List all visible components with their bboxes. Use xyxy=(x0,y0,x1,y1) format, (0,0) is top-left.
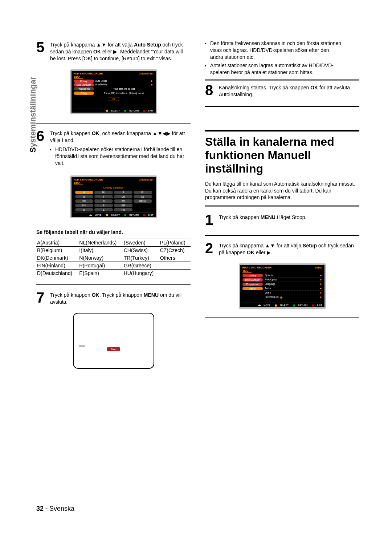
country-cell: P(Portugal) xyxy=(78,262,123,269)
step-text: Tryck på knappen MENU i läget Stopp. xyxy=(219,213,307,227)
country-cell: PL(Poland) xyxy=(159,239,191,246)
section-tab: Systeminställningar xyxy=(28,77,38,153)
divider xyxy=(36,123,191,124)
tv-blank-screenshot: Stop xyxy=(73,313,154,369)
step-number: 2 xyxy=(205,241,215,256)
country-cell: TR(Turkey) xyxy=(123,254,159,262)
country-cell: GR(Greece) xyxy=(123,262,159,269)
section-heading: Ställa in kanalerna med funktionen Manue… xyxy=(205,130,359,175)
osd-country-grid: ANLSPL BICHCZ DKNTROthers FINPGR DEHU xyxy=(74,190,154,213)
left-column: 5 Tryck på knapparna ▲▼ för att välja Au… xyxy=(36,40,191,498)
step-text: Kanalsökning startas. Tryck på knappen O… xyxy=(219,83,357,98)
country-cell: N(Norway) xyxy=(78,254,123,262)
osd-screenshot-country: HDD & DVD RECORDERChannel Set HDD Countr… xyxy=(70,175,157,218)
divider xyxy=(205,235,359,236)
country-cell: I(Italy) xyxy=(78,246,123,254)
country-cell: FIN(Finland) xyxy=(36,262,78,269)
section-blurb: Du kan lägga till en kanal som Automatis… xyxy=(205,181,359,207)
step-text: Tryck på knapparna ▲▼ för att välja Auto… xyxy=(50,40,188,62)
step-number: 7 xyxy=(36,290,46,306)
step-text: Tryck på knappen OK, och sedan knapparna… xyxy=(50,129,188,168)
step-number: 1 xyxy=(205,213,215,227)
divider xyxy=(36,284,191,285)
page-footer: 32 - Svenska xyxy=(36,498,359,513)
osd-screenshot-auto-setup: HDD & DVD RECORDERChannel Set HDD Librar… xyxy=(70,69,157,114)
step-2: 2 Tryck på knapparna ▲▼ för att välja Se… xyxy=(205,241,359,256)
country-table: A(Austria)NL(Netherlands)(Sweden)PL(Pola… xyxy=(36,239,191,277)
country-cell: B(Belgium) xyxy=(36,246,78,254)
country-cell: A(Austria) xyxy=(36,239,78,246)
step-text: Tryck på knapparna ▲▼ för att välja Setu… xyxy=(219,241,357,256)
country-cell: DK(Denmark) xyxy=(36,254,78,262)
step-6: 6 Tryck på knappen OK, och sedan knappar… xyxy=(36,129,191,168)
stop-indicator: Stop xyxy=(107,347,120,351)
step-text: Tryck på knappen OK. Tryck på knappen ME… xyxy=(50,290,188,306)
country-cell: E(Spain) xyxy=(78,269,123,277)
step-number: 5 xyxy=(36,40,46,62)
right-intro-bullets: Den första frekvensen skannas in och den… xyxy=(205,40,343,79)
step-7: 7 Tryck på knappen OK. Tryck på knappen … xyxy=(36,290,191,306)
country-cell: D(Deutschland) xyxy=(36,269,78,277)
step-1: 1 Tryck på knappen MENU i läget Stopp. xyxy=(205,213,359,227)
step-number: 6 xyxy=(36,129,46,168)
step-8: 8 Kanalsökning startas. Tryck på knappen… xyxy=(205,83,359,98)
country-cell: HU(Hungary) xyxy=(123,269,159,277)
country-cell: Others xyxy=(159,254,191,262)
country-cell: CZ(Czech) xyxy=(159,246,191,254)
country-cell xyxy=(159,262,191,269)
country-table-caption: Se följande tabell när du väljer land. xyxy=(36,229,191,235)
right-column: Den första frekvensen skannas in och den… xyxy=(205,40,359,498)
country-cell: (Sweden) xyxy=(123,239,159,246)
country-cell xyxy=(159,269,191,277)
step-5: 5 Tryck på knapparna ▲▼ för att välja Au… xyxy=(36,40,191,62)
divider xyxy=(205,106,359,107)
osd-screenshot-setup: HDD & DVD RECORDERSetup HDD LibrarySyste… xyxy=(239,263,326,308)
country-cell: NL(Netherlands) xyxy=(78,239,123,246)
divider xyxy=(205,317,359,318)
country-cell: CH(Swiss) xyxy=(123,246,159,254)
step-number: 8 xyxy=(205,83,215,98)
